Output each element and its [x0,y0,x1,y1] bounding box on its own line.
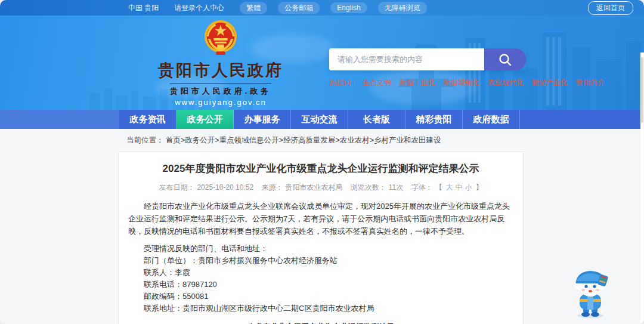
nav-tab[interactable]: 政务公开 [177,110,234,129]
nav-tab[interactable]: 政务资讯 [119,110,177,129]
nav-items: 政务资讯 政务公开 办事服务 互动交流 长者版 精 [119,110,520,129]
views-label: 浏览次数： [351,183,386,192]
hot-search-link[interactable]: 新型城镇化 [444,78,479,87]
contact-line: 联系人：李霞 [128,267,513,279]
nav-tab-label: 政务资讯 [130,114,166,125]
hot-search-label: 热搜词： [329,78,358,87]
scrollbar[interactable] [640,53,644,324]
topbar-pill-link[interactable]: 公务邮箱 [278,2,320,14]
site-subtitle: 贵阳市人民政府.政务 [170,83,272,97]
site-logo-block[interactable]: 贵阳市人民政府 贵阳市人民政府.政务 www.guiyang.gov.cn [128,19,313,107]
search-input[interactable] [329,48,484,70]
site-title: 贵阳市人民政府 [128,60,313,81]
article-paragraph: 经贵阳市农业产业化市级重点龙头企业联席会议成员单位审定，现对2025年开展的农业… [128,200,513,237]
hot-search-link[interactable]: 新型工业化 [400,78,435,87]
topbar-pill-link[interactable]: English [330,2,367,13]
font-bracket-close: 】 [476,183,483,192]
search-icon [497,52,513,67]
browser-page: 中国 贵阳 请登录个人中心 繁體公务邮箱English无障碍浏览 返回首页 [0,0,644,324]
hot-search-link[interactable]: 生态文明 [363,78,391,87]
nav-tab[interactable]: 互动交流 [291,110,348,129]
mascot-icon[interactable] [568,268,613,318]
hot-search-link[interactable]: 旅游产业化 [532,78,568,87]
contact-lines: 部门（单位）：贵阳市乡村振兴服务中心农村经济服务站联系人：李霞联系电话：8798… [128,255,513,314]
font-bracket-open: 【 [435,183,442,192]
article-card: 2025年度贵阳市农业产业化市级重点龙头企业运行监测和评定结果公示 发布日期：2… [118,152,524,324]
nav-tab[interactable]: 长者版 [348,110,405,129]
topbar-link-china-guiyang[interactable]: 中国 贵阳 [128,3,159,13]
hot-search-items: 生态文明新型工业化新型城镇化农业现代化旅游产业化贵阳简介 [363,78,613,87]
source-label: 来源： [261,183,283,192]
views-value: 11次 [389,183,403,192]
nav-tab-label: 办事服务 [244,114,280,125]
breadcrumb-path[interactable]: 首页>政务公开>重点领域信息公开>经济高质量发展>农业农村>乡村产业和农田建设 [166,136,441,144]
hot-search-row: 热搜词：生态文明新型工业化新型城镇化农业现代化旅游产业化贵阳简介 [329,78,526,88]
top-utility-bar: 中国 贵阳 请登录个人中心 繁體公务邮箱English无障碍浏览 返回首页 [0,0,644,16]
source-value: 贵阳市农业农村局 [285,183,342,192]
hot-search-link[interactable]: 贵阳简介 [576,78,605,87]
font-size-button[interactable]: 中 [456,183,463,192]
main-nav: 政务资讯 政务公开 办事服务 互动交流 长者版 精 [0,110,644,129]
font-size-button[interactable]: 小 [465,183,472,192]
nav-tab-label: 长者版 [363,114,390,125]
nav-tab-label: 精彩贵阳 [416,114,452,125]
search-zone: 热搜词：生态文明新型工业化新型城镇化农业现代化旅游产业化贵阳简介 [329,48,526,88]
publish-date-label: 发布日期： [159,183,194,192]
breadcrumb: 当前位置： 首页>政务公开>重点领域信息公开>经济高质量发展>农业农村>乡村产业… [0,129,644,152]
content-area: 当前位置： 首页>政务公开>重点领域信息公开>经济高质量发展>农业农村>乡村产业… [0,129,644,324]
article-paragraph: 受理情况反映的部门、电话和地址： [128,242,513,255]
publish-date-value: 2025-10-20 10:52 [197,183,253,192]
font-size-button[interactable]: 大 [446,183,453,192]
contact-line: 邮政编码：550081 [128,291,513,303]
nav-tab[interactable]: 精彩贵阳 [405,110,463,129]
nav-tab-label: 互动交流 [302,114,338,125]
nav-tab-label: 政务公开 [187,114,223,125]
scrollbar-thumb[interactable] [641,57,643,123]
hot-search-link[interactable]: 农业现代化 [488,78,524,87]
topbar-pill-link[interactable]: 无障碍浏览 [378,2,427,14]
contact-line: 联系地址：贵阳市观山湖区市级行政中心二期C区贵阳市农业农村局 [128,303,513,314]
topbar-pill-group: 繁體公务邮箱English无障碍浏览 [240,2,437,14]
contact-line: 部门（单位）：贵阳市乡村振兴服务中心农村经济服务站 [128,255,513,267]
nav-filler [520,110,644,129]
site-banner: 贵阳市人民政府 贵阳市人民政府.政务 www.guiyang.gov.cn 热搜… [0,16,644,110]
article-body: 经贵阳市农业产业化市级重点龙头企业联席会议成员单位审定，现对2025年开展的农业… [128,200,513,324]
topbar-pill-link[interactable]: 繁體 [240,2,267,14]
breadcrumb-label: 当前位置： [126,136,164,144]
nav-tab[interactable]: 办事服务 [234,110,291,129]
font-size-label: 字体： [411,183,433,192]
article-title: 2025年度贵阳市农业产业化市级重点龙头企业运行监测和评定结果公示 [128,162,513,175]
back-to-home-button[interactable]: 返回首页 [588,1,633,15]
article-meta: 发布日期：2025-10-20 10:52 来源：贵阳市农业农村局 浏览次数：1… [128,183,513,193]
search-button[interactable] [484,48,526,70]
contact-line: 联系电话：87987120 [128,279,513,291]
nav-tab-label: 政府数据 [473,114,509,125]
site-url: www.guiyang.gov.cn [128,98,313,107]
font-size-controls: 大中小 [445,183,473,192]
national-emblem-icon [203,19,238,56]
nav-tab[interactable]: 政府数据 [463,110,520,129]
topbar-link-login-personal-center[interactable]: 请登录个人中心 [174,3,224,13]
result-table-caption: 农业产业化市级重点龙头企业运行监测结果 [128,320,513,324]
